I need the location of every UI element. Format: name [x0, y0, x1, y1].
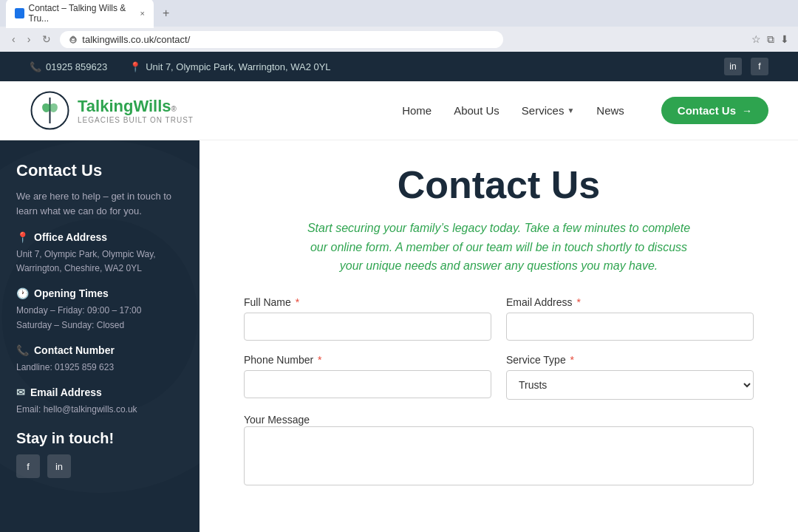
email-detail: Email: hello@talkingwills.co.uk	[16, 403, 183, 417]
sidebar-linkedin-button[interactable]: in	[47, 454, 71, 478]
email-icon: ✉	[16, 386, 25, 398]
new-tab-button[interactable]: +	[157, 4, 175, 23]
logo-tagline: LEGACIES BUILT ON TRUST	[78, 116, 194, 124]
hours-title: 🕐 Opening Times	[16, 287, 183, 299]
office-address: Unit 7, Olympic Park, Olympic Way, Warri…	[16, 248, 183, 276]
fullname-required: *	[296, 296, 299, 308]
tab-bar: Contact – Talking Wills & Tru... × +	[0, 0, 798, 27]
top-bar: 📞 01925 859623 📍 Unit 7, Olympic Park, W…	[0, 52, 798, 81]
services-dropdown-icon: ▼	[567, 106, 574, 115]
clock-icon: 🕐	[16, 287, 29, 299]
service-field-group: Service Type * Trusts Wills LPA Estate P…	[506, 354, 754, 400]
sidebar-description: We are here to help – get in touch to le…	[16, 189, 183, 218]
location-icon: 📍	[129, 61, 141, 72]
sidebar-office: 📍 Office Address Unit 7, Olympic Park, O…	[16, 231, 183, 276]
header: TalkingWills® LEGACIES BUILT ON TRUST Ho…	[0, 81, 798, 140]
logo-text: TalkingWills® LEGACIES BUILT ON TRUST	[78, 97, 194, 124]
forward-button[interactable]: ›	[24, 30, 34, 48]
email-input[interactable]	[506, 313, 754, 341]
email-label: Email Address *	[506, 296, 754, 308]
sidebar-hours: 🕐 Opening Times Monday – Friday: 09:00 –…	[16, 287, 183, 332]
phone-icon: 📞	[16, 344, 29, 356]
page-subtitle: Start securing your family’s legacy toda…	[307, 219, 691, 276]
sidebar-facebook-button[interactable]: f	[16, 454, 40, 478]
service-select[interactable]: Trusts Wills LPA Estate Planning Other	[506, 370, 754, 400]
message-textarea[interactable]	[244, 426, 754, 485]
url-text: talkingwills.co.uk/contact/	[82, 34, 190, 45]
service-required: *	[570, 354, 574, 366]
facebook-icon[interactable]: f	[751, 58, 768, 75]
sidebar: Contact Us We are here to help – get in …	[0, 140, 200, 532]
phone-input[interactable]	[244, 370, 491, 398]
location-pin-icon: 📍	[16, 231, 29, 243]
stay-in-touch-title: Stay in touch!	[16, 430, 183, 447]
tab-close-button[interactable]: ×	[140, 9, 145, 18]
active-tab[interactable]: Contact – Talking Wills & Tru... ×	[6, 0, 154, 28]
hours-text: Monday – Friday: 09:00 – 17:00Saturday –…	[16, 304, 183, 332]
page-title: Contact Us	[244, 163, 754, 207]
logo-name: TalkingWills®	[78, 97, 194, 116]
form-row-2: Phone Number * Service Type * Trusts Wil…	[244, 354, 754, 400]
sidebar-email: ✉ Email Address Email: hello@talkingwill…	[16, 386, 183, 417]
email-field-group: Email Address *	[506, 296, 754, 341]
tab-title: Contact – Talking Wills & Tru...	[29, 3, 136, 24]
phone-info: 📞 01925 859623	[30, 61, 107, 72]
back-button[interactable]: ‹	[9, 30, 18, 48]
page: 📞 01925 859623 📍 Unit 7, Olympic Park, W…	[0, 52, 798, 532]
linkedin-icon[interactable]: in	[724, 58, 742, 75]
contact-arrow-icon: →	[742, 105, 752, 117]
contact-form-area: Contact Us Start securing your family’s …	[200, 140, 798, 532]
contact-us-button[interactable]: Contact Us →	[661, 97, 768, 124]
phone-title: 📞 Contact Number	[16, 344, 183, 356]
office-title: 📍 Office Address	[16, 231, 183, 243]
phone-field-group: Phone Number *	[244, 354, 491, 400]
message-label: Your Message	[244, 414, 310, 426]
url-bar[interactable]: talkingwills.co.uk/contact/	[60, 31, 503, 48]
bookmark-icon[interactable]: ☆	[751, 33, 761, 46]
logo[interactable]: TalkingWills® LEGACIES BUILT ON TRUST	[30, 90, 194, 131]
address-info: 📍 Unit 7, Olympic Park, Warrington, WA2 …	[129, 61, 330, 72]
form-row-1: Full Name * Email Address *	[244, 296, 754, 341]
service-label: Service Type *	[506, 354, 754, 366]
browser-chrome: Contact – Talking Wills & Tru... × + ‹ ›…	[0, 0, 798, 52]
phone-number: 01925 859623	[46, 61, 107, 72]
nav-home[interactable]: Home	[402, 104, 432, 117]
browser-action-icons: ☆ ⧉ ⬇	[751, 33, 789, 46]
phone-label: Phone Number *	[244, 354, 491, 366]
phone-detail: Landline: 01925 859 623	[16, 361, 183, 375]
fullname-field-group: Full Name *	[244, 296, 491, 341]
social-links: in f	[724, 58, 768, 75]
tab-favicon	[15, 8, 24, 18]
sidebar-social-links: f in	[16, 454, 183, 478]
email-title: ✉ Email Address	[16, 386, 183, 398]
nav-about[interactable]: About Us	[454, 104, 499, 117]
message-field-group: Your Message	[244, 413, 754, 488]
address-bar: ‹ › ↻ talkingwills.co.uk/contact/ ☆ ⧉ ⬇	[0, 27, 798, 52]
main-layout: Contact Us We are here to help – get in …	[0, 140, 798, 532]
phone-required: *	[318, 354, 321, 366]
extensions-icon[interactable]: ⧉	[767, 33, 774, 46]
lock-icon	[69, 35, 78, 44]
address-text: Unit 7, Olympic Park, Warrington, WA2 0Y…	[146, 61, 330, 72]
refresh-button[interactable]: ↻	[39, 30, 54, 48]
download-icon[interactable]: ⬇	[780, 33, 789, 46]
email-required: *	[576, 296, 580, 308]
logo-icon	[30, 90, 70, 131]
main-nav: Home About Us Services ▼ News Contact Us…	[402, 97, 768, 124]
fullname-label: Full Name *	[244, 296, 491, 308]
nav-news[interactable]: News	[596, 104, 624, 117]
sidebar-title: Contact Us	[16, 161, 183, 180]
fullname-input[interactable]	[244, 313, 491, 341]
nav-services[interactable]: Services ▼	[522, 104, 574, 117]
sidebar-phone: 📞 Contact Number Landline: 01925 859 623	[16, 344, 183, 375]
phone-icon: 📞	[30, 61, 41, 72]
